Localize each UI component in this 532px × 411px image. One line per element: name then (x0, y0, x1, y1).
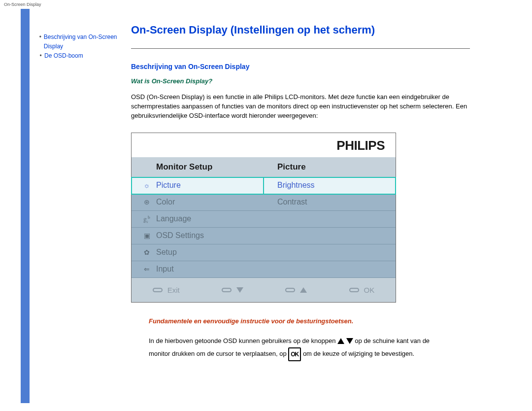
osd-menu-osdsettings[interactable]: ▣ OSD Settings (132, 228, 264, 244)
bullet-icon: • (38, 33, 44, 51)
philips-logo: PHILIPS (336, 138, 385, 153)
osd-footer-down[interactable] (222, 287, 243, 293)
sidebar-item-osdtree[interactable]: • De OSD-boom (38, 51, 125, 61)
sidebar-item-description[interactable]: • Beschrijving van On-Screen Display (38, 33, 125, 51)
osd-left-column: Monitor Setup ☼ Picture ⊛ Color ᶃᵇ Langu… (132, 157, 264, 278)
sidebar-link-description[interactable]: Beschrijving van On-Screen Display (44, 33, 125, 51)
pill-icon (285, 288, 295, 292)
osd-sub-brightness[interactable]: Brightness (264, 177, 396, 194)
instruction-line: Fundamentele en eenvoudige instructie vo… (149, 317, 470, 325)
osd-footer: Exit OK (132, 278, 396, 302)
brightness-icon: ☼ (140, 181, 153, 189)
sidebar-link-osdtree[interactable]: De OSD-boom (44, 51, 83, 61)
screen-icon: ▣ (140, 232, 153, 240)
osd-menu-label: Color (156, 198, 175, 206)
osd-menu-label: Picture (156, 181, 181, 190)
osd-sub-empty (264, 244, 396, 261)
osd-menu-language[interactable]: ᶃᵇ Language (132, 211, 264, 228)
osd-menu-label: Setup (156, 248, 177, 257)
bullet-icon: • (38, 51, 44, 61)
osd-footer-up[interactable] (285, 287, 307, 293)
osd-footer-ok[interactable]: OK (349, 286, 375, 294)
divider (131, 48, 470, 49)
osd-left-header: Monitor Setup (132, 157, 264, 177)
osd-sub-empty (264, 261, 396, 278)
pill-icon (153, 288, 163, 292)
osd-menu-color[interactable]: ⊛ Color (132, 194, 264, 211)
osd-right-header: Picture (264, 157, 396, 177)
osd-footer-exit[interactable]: Exit (153, 286, 180, 294)
osd-menu-label: Input (156, 265, 174, 274)
osd-menu-label: Language (156, 214, 191, 223)
osd-sub-label: Contrast (277, 198, 307, 206)
content: On-Screen Display (Instellingen op het s… (125, 9, 499, 403)
osd-screenshot: PHILIPS Monitor Setup ☼ Picture ⊛ Color … (131, 133, 396, 303)
osd-menu-setup[interactable]: ✿ Setup (132, 244, 264, 261)
paragraph-2: In de hierboven getoonde OSD kunnen gebr… (149, 335, 444, 361)
main-wrap: • Beschrijving van On-Screen Display • D… (0, 9, 532, 411)
triangle-down-icon (346, 338, 353, 344)
osd-brand-bar: PHILIPS (132, 133, 396, 157)
para2-part3: om de keuze of wijziging te bevestigen. (303, 350, 414, 357)
section-heading: Beschrijving van On-Screen Display (131, 63, 470, 70)
para2-part1: In de hierboven getoonde OSD kunnen gebr… (149, 337, 337, 344)
sidebar: • Beschrijving van On-Screen Display • D… (38, 9, 125, 403)
page-title: On-Screen Display (Instellingen op het s… (131, 24, 470, 36)
ok-button-icon: OK (288, 347, 301, 361)
osd-menu-picture[interactable]: ☼ Picture (132, 177, 264, 194)
page-header-text: On-Screen Display (0, 0, 532, 9)
osd-right-column: Picture Brightness Contrast (264, 157, 396, 278)
osd-sub-empty (264, 211, 396, 228)
osd-menu-input[interactable]: ⇐ Input (132, 261, 264, 278)
triangle-up-icon (337, 338, 344, 344)
osd-footer-ok-label: OK (364, 286, 375, 294)
osd-sub-contrast[interactable]: Contrast (264, 194, 396, 211)
triangle-down-icon (236, 287, 243, 293)
pill-icon (349, 288, 359, 292)
input-icon: ⇐ (140, 265, 153, 273)
paragraph-1: OSD (On-Screen Display) is een functie i… (131, 93, 470, 121)
osd-footer-exit-label: Exit (167, 286, 180, 294)
osd-menu-label: OSD Settings (156, 231, 204, 240)
osd-sub-empty (264, 228, 396, 244)
subheading: Wat is On-Screen Display? (131, 77, 470, 85)
pill-icon (222, 288, 232, 292)
osd-sub-label: Brightness (277, 181, 315, 190)
triangle-up-icon (300, 287, 307, 293)
gear-icon: ✿ (140, 248, 153, 256)
language-icon: ᶃᵇ (140, 215, 153, 223)
color-icon: ⊛ (140, 198, 153, 206)
left-blue-bar (21, 9, 30, 403)
